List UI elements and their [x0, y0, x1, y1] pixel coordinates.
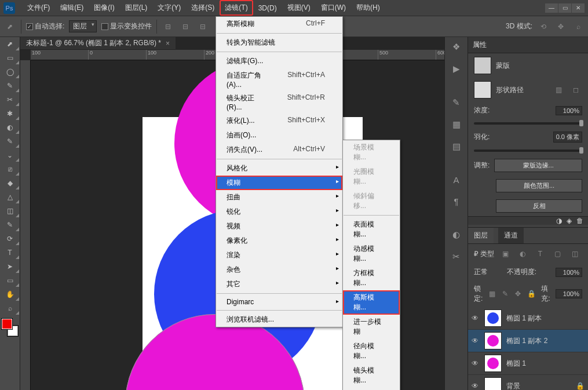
tool-0[interactable]: ⬈ — [0, 37, 20, 51]
lock-transparent-icon[interactable]: ▦ — [488, 287, 496, 300]
menu-图层(L)[interactable]: 图层(L) — [120, 0, 153, 16]
mask-edge-button[interactable]: 蒙版边缘... — [494, 159, 582, 172]
link-icon[interactable]: ◻ — [569, 83, 582, 96]
auto-select-checkbox[interactable]: 自动选择: — [26, 21, 64, 31]
menu-item-模糊[interactable]: 模糊 — [343, 388, 400, 390]
para-icon[interactable]: ¶ — [454, 196, 458, 206]
menu-item-高斯模糊[interactable]: 高斯模糊Ctrl+F — [216, 17, 342, 31]
channels-tab[interactable]: 通道 — [498, 228, 524, 243]
tool-16[interactable]: ➤ — [0, 260, 20, 274]
tool-11[interactable]: △ — [0, 190, 20, 204]
tool-2[interactable]: ◯ — [0, 65, 20, 79]
menu-item-高斯模糊...[interactable]: 高斯模糊... — [343, 290, 400, 315]
link-icon[interactable]: ▥ — [552, 83, 565, 96]
menu-item-方框模糊...[interactable]: 方框模糊... — [343, 266, 400, 290]
layer-row[interactable]: 👁椭圆 1 — [468, 352, 588, 375]
menu-item-表面模糊...[interactable]: 表面模糊... — [343, 217, 400, 242]
tool-12[interactable]: ◫ — [0, 204, 20, 218]
filter-kind[interactable]: ₽ 类型 — [474, 249, 494, 259]
tool-10[interactable]: ◆ — [0, 176, 20, 190]
lock-all-icon[interactable]: 🔒 — [527, 287, 536, 300]
filter-icon[interactable]: ◐ — [516, 247, 529, 260]
properties-header[interactable]: 属性 — [468, 37, 588, 53]
tool-9[interactable]: ⎚ — [0, 162, 20, 176]
density-value[interactable]: 100% — [556, 106, 582, 115]
menu-图像(I)[interactable]: 图像(I) — [89, 0, 119, 16]
tool-3[interactable]: ✎ — [0, 79, 20, 93]
feather-value[interactable]: 0.0 像素 — [553, 132, 582, 143]
tool-5[interactable]: ✱ — [0, 107, 20, 121]
menu-item-扭曲[interactable]: 扭曲 — [216, 190, 342, 205]
maximize-button[interactable]: ▭ — [558, 3, 571, 13]
menu-3D(D)[interactable]: 3D(D) — [253, 0, 282, 16]
layer-row[interactable]: 👁椭圆 1 副本 2 — [468, 330, 588, 352]
menu-编辑(E)[interactable]: 编辑(E) — [55, 0, 89, 16]
align-icon[interactable]: ⊟ — [196, 20, 209, 33]
opacity-value[interactable]: 100% — [556, 268, 582, 277]
menu-item-镜头模糊...[interactable]: 镜头模糊... — [343, 363, 400, 388]
tool-6[interactable]: ◐ — [0, 121, 20, 134]
play-icon[interactable]: ▶ — [453, 64, 460, 74]
menu-item-杂色[interactable]: 杂色 — [216, 263, 342, 277]
load-sel-icon[interactable]: ◑ — [556, 217, 562, 225]
align-icon[interactable]: ⊟ — [179, 20, 192, 33]
tool-4[interactable]: ✂ — [0, 93, 20, 107]
menu-item-渲染[interactable]: 渲染 — [216, 248, 342, 263]
document-tab[interactable]: 未标题-1 @ 66.7% (椭圆 1 副本 2, RGB/8) * × — [20, 37, 176, 50]
swatches-icon[interactable]: ▦ — [452, 119, 461, 130]
menu-视图(V)[interactable]: 视图(V) — [282, 0, 316, 16]
tool-13[interactable]: ✎ — [0, 218, 20, 232]
menu-窗口(W)[interactable]: 窗口(W) — [316, 0, 351, 16]
layer-row[interactable]: 👁椭圆 1 副本 — [468, 307, 588, 330]
menu-item-进一步模糊[interactable]: 进一步模糊 — [343, 315, 400, 339]
blend-mode[interactable]: 正常 — [474, 267, 488, 277]
filter-icon[interactable]: T — [534, 247, 546, 260]
menu-item-模糊[interactable]: 模糊 — [216, 176, 342, 190]
menu-文字(Y)[interactable]: 文字(Y) — [152, 0, 186, 16]
menu-item-锐化[interactable]: 锐化 — [216, 205, 342, 219]
visibility-icon[interactable]: 👁 — [472, 359, 480, 367]
menu-item-镜头校正(R)...[interactable]: 镜头校正(R)...Shift+Ctrl+R — [216, 91, 342, 114]
menu-item-转换为智能滤镜[interactable]: 转换为智能滤镜 — [216, 35, 342, 50]
tool-7[interactable]: ✎ — [0, 134, 20, 148]
tool-15[interactable]: T — [0, 246, 20, 260]
zoom-icon[interactable]: ⌕ — [572, 20, 585, 33]
filter-icon[interactable]: ◫ — [568, 247, 581, 260]
menu-item-像素化[interactable]: 像素化 — [216, 234, 342, 248]
menu-item-滤镜库(G)...[interactable]: 滤镜库(G)... — [216, 54, 342, 68]
trash-icon[interactable]: 🗑 — [576, 217, 583, 225]
visibility-icon[interactable]: 👁 — [472, 382, 480, 390]
invert-button[interactable]: 反相 — [496, 199, 582, 213]
menu-item-视频[interactable]: 视频 — [216, 219, 342, 234]
color-swatches[interactable] — [2, 319, 18, 336]
lock-position-icon[interactable]: ✥ — [514, 287, 522, 300]
adjust-icon[interactable]: ◐ — [452, 229, 460, 240]
actions-icon[interactable]: ✂ — [452, 252, 460, 262]
tool-19[interactable]: ⌕ — [0, 301, 20, 315]
menu-item-浏览联机滤镜...[interactable]: 浏览联机滤镜... — [216, 312, 342, 327]
orbit-icon[interactable]: ⟲ — [537, 20, 550, 33]
menu-item-动感模糊...[interactable]: 动感模糊... — [343, 242, 400, 266]
menu-item-油画(O)...[interactable]: 油画(O)... — [216, 128, 342, 143]
visibility-icon[interactable]: 👁 — [472, 337, 480, 345]
history-icon[interactable]: ❖ — [452, 42, 460, 52]
tool-18[interactable]: ✋ — [0, 287, 20, 301]
filter-icon[interactable]: ▢ — [551, 247, 564, 260]
brush-icon[interactable]: ✎ — [452, 97, 460, 108]
menu-item-自适应广角(A)...[interactable]: 自适应广角(A)...Shift+Ctrl+A — [216, 68, 342, 91]
feather-slider[interactable] — [474, 150, 582, 152]
align-icon[interactable]: ⊟ — [162, 20, 174, 33]
pan-icon[interactable]: ✥ — [554, 20, 567, 33]
menu-item-径向模糊...[interactable]: 径向模糊... — [343, 339, 400, 363]
show-transform-checkbox[interactable]: 显示变换控件 — [101, 21, 152, 31]
tool-14[interactable]: ⟳ — [0, 232, 20, 246]
auto-select-target[interactable]: 图层 — [69, 20, 97, 32]
filter-icon[interactable]: ▣ — [499, 247, 512, 260]
apply-icon[interactable]: ◈ — [567, 217, 572, 225]
menu-文件(F)[interactable]: 文件(F) — [22, 0, 55, 16]
minimize-button[interactable]: — — [545, 3, 558, 13]
menu-item-风格化[interactable]: 风格化 — [216, 161, 342, 176]
close-tab-icon[interactable]: × — [166, 39, 170, 48]
menu-item-消失点(V)...[interactable]: 消失点(V)...Alt+Ctrl+V — [216, 143, 342, 157]
lock-pixels-icon[interactable]: ✎ — [501, 287, 509, 300]
